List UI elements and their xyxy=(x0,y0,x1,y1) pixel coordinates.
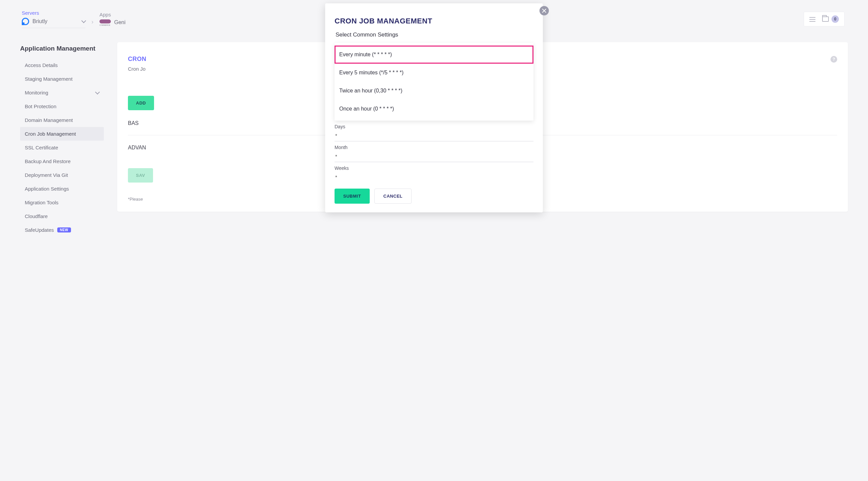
sidebar-item-label: Backup And Restore xyxy=(25,158,71,164)
modal-title: CRON JOB MANAGEMENT xyxy=(335,17,533,26)
sidebar: Application Management Access Details St… xyxy=(20,35,104,237)
list-icon[interactable] xyxy=(809,17,816,22)
days-input[interactable] xyxy=(335,129,533,141)
sidebar-item-ssl-certificate[interactable]: SSL Certificate xyxy=(20,141,104,154)
days-label: Days xyxy=(335,124,533,129)
server-name: Briutly xyxy=(32,19,79,25)
servers-label: Servers xyxy=(22,10,85,16)
sidebar-item-label: Monitoring xyxy=(25,90,48,95)
woocommerce-icon: COMMERCE xyxy=(99,20,111,26)
digitalocean-icon xyxy=(22,18,29,25)
topbar-right-widget: 0 xyxy=(804,12,844,27)
sidebar-title: Application Management xyxy=(20,45,104,52)
dropdown-option-once-an-hour[interactable]: Once an hour (0 * * * *) xyxy=(335,100,533,118)
breadcrumb-apps[interactable]: Apps COMMERCE Geni xyxy=(99,12,126,28)
sidebar-item-label: Access Details xyxy=(25,62,58,68)
sidebar-item-label: SSL Certificate xyxy=(25,145,58,150)
sidebar-item-label: Migration Tools xyxy=(25,200,59,205)
sidebar-item-migration-tools[interactable]: Migration Tools xyxy=(20,196,104,209)
help-icon[interactable]: ? xyxy=(831,56,837,63)
sidebar-item-label: Domain Management xyxy=(25,117,73,123)
dropdown-option-twice-an-hour[interactable]: Twice an hour (0,30 * * * *) xyxy=(335,82,533,100)
month-input[interactable] xyxy=(335,150,533,162)
close-button[interactable] xyxy=(539,6,549,16)
sidebar-item-label: Deployment Via Git xyxy=(25,172,68,178)
add-cron-button[interactable]: ADD xyxy=(128,96,154,110)
breadcrumb-servers[interactable]: Servers Briutly xyxy=(22,10,85,28)
count-badge: 0 xyxy=(832,16,839,23)
sidebar-item-bot-protection[interactable]: Bot Protection xyxy=(20,99,104,113)
common-settings-dropdown: Every minute (* * * * *) Every 5 minutes… xyxy=(335,43,533,121)
sidebar-item-deployment-git[interactable]: Deployment Via Git xyxy=(20,168,104,182)
cron-modal: CRON JOB MANAGEMENT Select Common Settin… xyxy=(325,3,543,212)
chevron-down-icon[interactable] xyxy=(95,89,100,94)
breadcrumb-separator: › xyxy=(91,19,93,28)
breadcrumb: Servers Briutly › Apps COMMERCE Geni xyxy=(22,10,126,28)
weeks-label: Weeks xyxy=(335,166,533,171)
close-icon xyxy=(542,9,546,13)
sidebar-item-backup-restore[interactable]: Backup And Restore xyxy=(20,154,104,168)
new-badge: NEW xyxy=(57,228,71,233)
sidebar-item-label: SafeUpdates xyxy=(25,227,54,233)
sidebar-item-label: Cron Job Management xyxy=(25,131,76,137)
sidebar-item-application-settings[interactable]: Application Settings xyxy=(20,182,104,196)
app-name: Geni xyxy=(114,20,126,26)
sidebar-item-label: Cloudflare xyxy=(25,213,48,219)
dropdown-option-every-5-minutes[interactable]: Every 5 minutes (*/5 * * * *) xyxy=(335,64,533,82)
common-settings-label[interactable]: Select Common Settings xyxy=(335,31,533,38)
sidebar-item-label: Bot Protection xyxy=(25,103,56,109)
sidebar-item-label: Application Settings xyxy=(25,186,69,191)
sidebar-item-cron-job-management[interactable]: Cron Job Management xyxy=(20,127,104,141)
sidebar-menu: Access Details Staging Management Monito… xyxy=(20,58,104,237)
sidebar-item-cloudflare[interactable]: Cloudflare xyxy=(20,209,104,223)
save-button[interactable]: SAV xyxy=(128,168,153,183)
apps-label: Apps xyxy=(99,12,126,18)
dropdown-option-every-minute[interactable]: Every minute (* * * * *) xyxy=(335,46,533,64)
content-title: CRON xyxy=(128,56,146,63)
sidebar-item-access-details[interactable]: Access Details xyxy=(20,58,104,72)
sidebar-item-monitoring[interactable]: Monitoring xyxy=(20,86,104,99)
sidebar-item-safeupdates[interactable]: SafeUpdates NEW xyxy=(20,223,104,237)
weeks-input[interactable] xyxy=(335,171,533,183)
sidebar-item-domain-management[interactable]: Domain Management xyxy=(20,113,104,127)
sidebar-item-label: Staging Management xyxy=(25,76,73,82)
submit-button[interactable]: SUBMIT xyxy=(335,188,370,204)
cancel-button[interactable]: CANCEL xyxy=(374,188,411,204)
sidebar-item-staging[interactable]: Staging Management xyxy=(20,72,104,86)
folder-icon[interactable] xyxy=(822,17,829,22)
month-label: Month xyxy=(335,145,533,150)
chevron-down-icon[interactable] xyxy=(82,19,86,23)
